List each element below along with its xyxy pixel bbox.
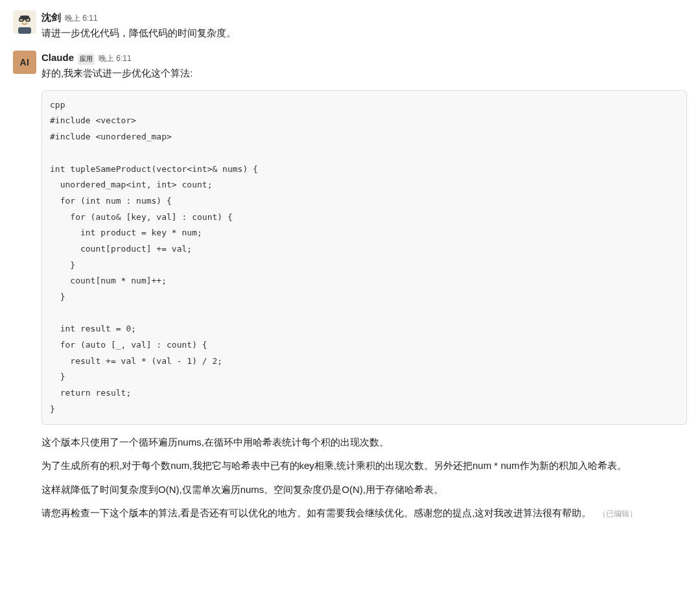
avatar[interactable]: AI [13, 51, 36, 74]
edited-label: （已编辑） [598, 509, 637, 518]
intro-text: 好的,我来尝试进一步优化这个算法: [41, 66, 687, 81]
message-content: 沈剑 晚上 6:11 请进一步优化代码，降低代码的时间复杂度。 [41, 10, 687, 40]
code-block[interactable]: cpp #include <vector> #include <unordere… [41, 90, 687, 425]
sender-name[interactable]: 沈剑 [41, 10, 61, 25]
final-text: 请您再检查一下这个版本的算法,看是否还有可以优化的地方。如有需要我会继续优化。感… [41, 507, 591, 518]
message-user: 沈剑 晚上 6:11 请进一步优化代码，降低代码的时间复杂度。 [13, 6, 687, 44]
paragraph: 这样就降低了时间复杂度到O(N),仅需单次遍历nums。空间复杂度仍是O(N),… [41, 483, 687, 497]
paragraph: 请您再检查一下这个版本的算法,看是否还有可以优化的地方。如有需要我会继续优化。感… [41, 506, 687, 521]
paragraph: 这个版本只使用了一个循环遍历nums,在循环中用哈希表统计每个积的出现次数。 [41, 435, 687, 450]
svg-rect-3 [20, 16, 29, 19]
message-body: 好的,我来尝试进一步优化这个算法: cpp #include <vector> … [41, 66, 687, 520]
message-text: 请进一步优化代码，降低代码的时间复杂度。 [41, 27, 236, 38]
user-avatar-icon [13, 10, 36, 34]
message-header: Claude 应用 晚上 6:11 [41, 51, 687, 65]
claude-logo-icon: AI [20, 56, 30, 69]
svg-rect-7 [18, 27, 31, 34]
message-body: 请进一步优化代码，降低代码的时间复杂度。 [41, 26, 687, 41]
message-header: 沈剑 晚上 6:11 [41, 10, 687, 25]
app-badge: 应用 [78, 54, 95, 65]
avatar[interactable] [13, 10, 36, 34]
sender-name[interactable]: Claude [41, 51, 74, 65]
message-content: Claude 应用 晚上 6:11 好的,我来尝试进一步优化这个算法: cpp … [41, 51, 687, 520]
paragraph: 为了生成所有的积,对于每个数num,我把它与哈希表中已有的key相乘,统计乘积的… [41, 459, 687, 473]
timestamp[interactable]: 晚上 6:11 [65, 13, 98, 25]
message-claude: AI Claude 应用 晚上 6:11 好的,我来尝试进一步优化这个算法: c… [13, 47, 687, 524]
timestamp[interactable]: 晚上 6:11 [99, 53, 132, 65]
